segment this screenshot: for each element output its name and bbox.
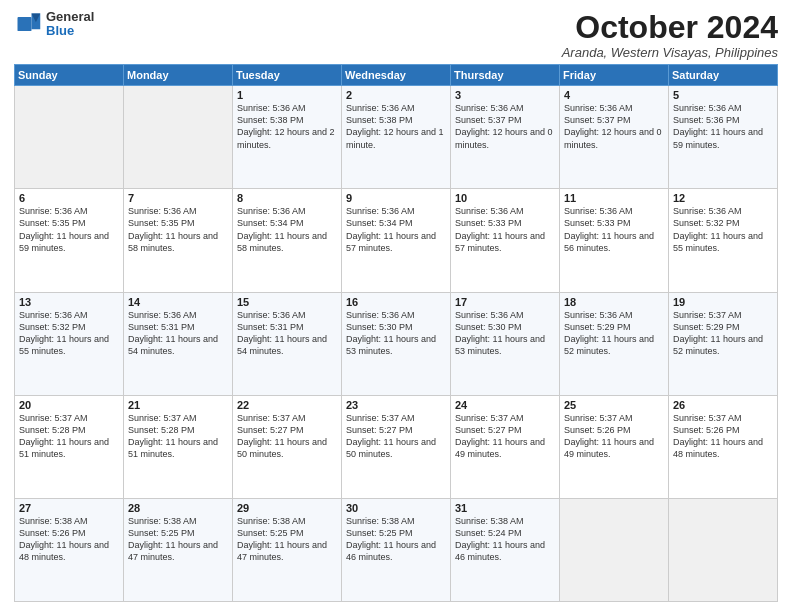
day-info: Sunrise: 5:38 AMSunset: 5:24 PMDaylight:… <box>455 515 555 564</box>
logo-text: General Blue <box>46 10 94 39</box>
calendar-cell: 16Sunrise: 5:36 AMSunset: 5:30 PMDayligh… <box>342 292 451 395</box>
day-info: Sunrise: 5:37 AMSunset: 5:26 PMDaylight:… <box>564 412 664 461</box>
day-number: 21 <box>128 399 228 411</box>
day-info: Sunrise: 5:36 AMSunset: 5:34 PMDaylight:… <box>237 205 337 254</box>
weekday-header: Thursday <box>451 65 560 86</box>
day-number: 28 <box>128 502 228 514</box>
day-info: Sunrise: 5:36 AMSunset: 5:32 PMDaylight:… <box>19 309 119 358</box>
day-info: Sunrise: 5:36 AMSunset: 5:31 PMDaylight:… <box>237 309 337 358</box>
page-header: General Blue October 2024 Aranda, Wester… <box>14 10 778 60</box>
calendar-cell <box>669 498 778 601</box>
day-number: 14 <box>128 296 228 308</box>
calendar-week-row: 13Sunrise: 5:36 AMSunset: 5:32 PMDayligh… <box>15 292 778 395</box>
day-number: 12 <box>673 192 773 204</box>
calendar-cell <box>15 86 124 189</box>
logo: General Blue <box>14 10 94 39</box>
day-info: Sunrise: 5:36 AMSunset: 5:38 PMDaylight:… <box>346 102 446 151</box>
title-block: October 2024 Aranda, Western Visayas, Ph… <box>562 10 778 60</box>
day-number: 27 <box>19 502 119 514</box>
day-info: Sunrise: 5:38 AMSunset: 5:25 PMDaylight:… <box>346 515 446 564</box>
location-subtitle: Aranda, Western Visayas, Philippines <box>562 45 778 60</box>
day-number: 4 <box>564 89 664 101</box>
day-info: Sunrise: 5:36 AMSunset: 5:29 PMDaylight:… <box>564 309 664 358</box>
calendar-cell: 19Sunrise: 5:37 AMSunset: 5:29 PMDayligh… <box>669 292 778 395</box>
day-info: Sunrise: 5:36 AMSunset: 5:33 PMDaylight:… <box>564 205 664 254</box>
weekday-header: Friday <box>560 65 669 86</box>
day-number: 16 <box>346 296 446 308</box>
calendar-cell <box>560 498 669 601</box>
logo-icon <box>14 10 42 38</box>
calendar-cell: 29Sunrise: 5:38 AMSunset: 5:25 PMDayligh… <box>233 498 342 601</box>
calendar-cell: 24Sunrise: 5:37 AMSunset: 5:27 PMDayligh… <box>451 395 560 498</box>
weekday-header: Wednesday <box>342 65 451 86</box>
calendar-cell: 25Sunrise: 5:37 AMSunset: 5:26 PMDayligh… <box>560 395 669 498</box>
day-info: Sunrise: 5:36 AMSunset: 5:30 PMDaylight:… <box>346 309 446 358</box>
month-title: October 2024 <box>562 10 778 45</box>
day-info: Sunrise: 5:36 AMSunset: 5:37 PMDaylight:… <box>455 102 555 151</box>
calendar-cell: 4Sunrise: 5:36 AMSunset: 5:37 PMDaylight… <box>560 86 669 189</box>
svg-rect-2 <box>18 17 32 31</box>
day-number: 19 <box>673 296 773 308</box>
calendar-cell <box>124 86 233 189</box>
day-number: 29 <box>237 502 337 514</box>
day-number: 5 <box>673 89 773 101</box>
calendar-cell: 18Sunrise: 5:36 AMSunset: 5:29 PMDayligh… <box>560 292 669 395</box>
calendar-cell: 27Sunrise: 5:38 AMSunset: 5:26 PMDayligh… <box>15 498 124 601</box>
day-number: 26 <box>673 399 773 411</box>
calendar-cell: 31Sunrise: 5:38 AMSunset: 5:24 PMDayligh… <box>451 498 560 601</box>
day-info: Sunrise: 5:38 AMSunset: 5:26 PMDaylight:… <box>19 515 119 564</box>
calendar-week-row: 6Sunrise: 5:36 AMSunset: 5:35 PMDaylight… <box>15 189 778 292</box>
calendar-cell: 20Sunrise: 5:37 AMSunset: 5:28 PMDayligh… <box>15 395 124 498</box>
weekday-header: Saturday <box>669 65 778 86</box>
calendar-table: SundayMondayTuesdayWednesdayThursdayFrid… <box>14 64 778 602</box>
calendar-cell: 17Sunrise: 5:36 AMSunset: 5:30 PMDayligh… <box>451 292 560 395</box>
calendar-cell: 10Sunrise: 5:36 AMSunset: 5:33 PMDayligh… <box>451 189 560 292</box>
logo-general: General <box>46 10 94 24</box>
calendar-cell: 11Sunrise: 5:36 AMSunset: 5:33 PMDayligh… <box>560 189 669 292</box>
calendar-cell: 15Sunrise: 5:36 AMSunset: 5:31 PMDayligh… <box>233 292 342 395</box>
calendar-cell: 2Sunrise: 5:36 AMSunset: 5:38 PMDaylight… <box>342 86 451 189</box>
day-info: Sunrise: 5:36 AMSunset: 5:37 PMDaylight:… <box>564 102 664 151</box>
day-number: 10 <box>455 192 555 204</box>
day-number: 18 <box>564 296 664 308</box>
day-number: 9 <box>346 192 446 204</box>
day-number: 2 <box>346 89 446 101</box>
day-number: 20 <box>19 399 119 411</box>
calendar-cell: 9Sunrise: 5:36 AMSunset: 5:34 PMDaylight… <box>342 189 451 292</box>
day-number: 15 <box>237 296 337 308</box>
calendar-cell: 14Sunrise: 5:36 AMSunset: 5:31 PMDayligh… <box>124 292 233 395</box>
day-info: Sunrise: 5:36 AMSunset: 5:35 PMDaylight:… <box>128 205 228 254</box>
calendar-week-row: 20Sunrise: 5:37 AMSunset: 5:28 PMDayligh… <box>15 395 778 498</box>
day-info: Sunrise: 5:36 AMSunset: 5:30 PMDaylight:… <box>455 309 555 358</box>
weekday-header: Monday <box>124 65 233 86</box>
day-info: Sunrise: 5:38 AMSunset: 5:25 PMDaylight:… <box>128 515 228 564</box>
day-number: 11 <box>564 192 664 204</box>
day-number: 22 <box>237 399 337 411</box>
day-info: Sunrise: 5:37 AMSunset: 5:29 PMDaylight:… <box>673 309 773 358</box>
day-number: 23 <box>346 399 446 411</box>
logo-blue: Blue <box>46 24 94 38</box>
day-info: Sunrise: 5:37 AMSunset: 5:27 PMDaylight:… <box>455 412 555 461</box>
day-info: Sunrise: 5:37 AMSunset: 5:26 PMDaylight:… <box>673 412 773 461</box>
calendar-cell: 28Sunrise: 5:38 AMSunset: 5:25 PMDayligh… <box>124 498 233 601</box>
day-info: Sunrise: 5:37 AMSunset: 5:27 PMDaylight:… <box>346 412 446 461</box>
calendar-cell: 23Sunrise: 5:37 AMSunset: 5:27 PMDayligh… <box>342 395 451 498</box>
calendar-cell: 3Sunrise: 5:36 AMSunset: 5:37 PMDaylight… <box>451 86 560 189</box>
day-info: Sunrise: 5:37 AMSunset: 5:28 PMDaylight:… <box>19 412 119 461</box>
day-info: Sunrise: 5:38 AMSunset: 5:25 PMDaylight:… <box>237 515 337 564</box>
weekday-header: Sunday <box>15 65 124 86</box>
calendar-week-row: 27Sunrise: 5:38 AMSunset: 5:26 PMDayligh… <box>15 498 778 601</box>
day-info: Sunrise: 5:36 AMSunset: 5:35 PMDaylight:… <box>19 205 119 254</box>
day-info: Sunrise: 5:37 AMSunset: 5:27 PMDaylight:… <box>237 412 337 461</box>
day-info: Sunrise: 5:36 AMSunset: 5:34 PMDaylight:… <box>346 205 446 254</box>
calendar-cell: 22Sunrise: 5:37 AMSunset: 5:27 PMDayligh… <box>233 395 342 498</box>
calendar-header-row: SundayMondayTuesdayWednesdayThursdayFrid… <box>15 65 778 86</box>
calendar-cell: 5Sunrise: 5:36 AMSunset: 5:36 PMDaylight… <box>669 86 778 189</box>
day-number: 17 <box>455 296 555 308</box>
day-number: 25 <box>564 399 664 411</box>
day-number: 24 <box>455 399 555 411</box>
day-number: 30 <box>346 502 446 514</box>
weekday-header: Tuesday <box>233 65 342 86</box>
day-info: Sunrise: 5:36 AMSunset: 5:36 PMDaylight:… <box>673 102 773 151</box>
calendar-cell: 6Sunrise: 5:36 AMSunset: 5:35 PMDaylight… <box>15 189 124 292</box>
